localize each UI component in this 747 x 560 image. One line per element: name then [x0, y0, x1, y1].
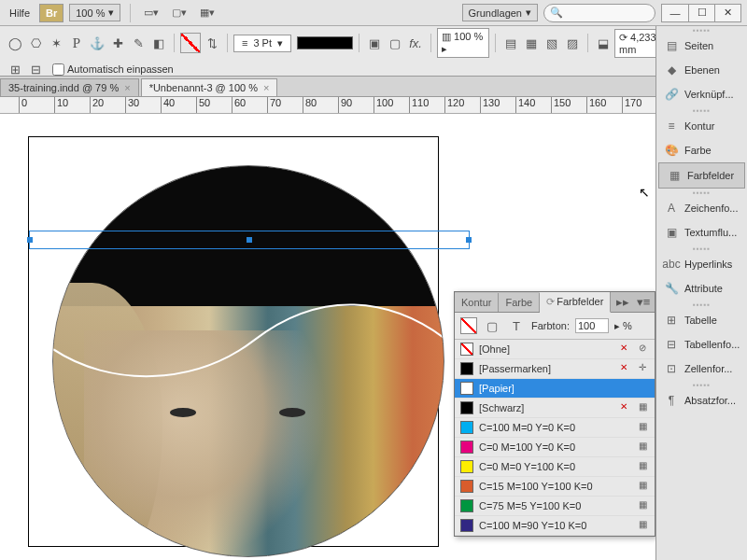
rail-item-attr[interactable]: 🔧Attribute — [656, 276, 747, 301]
close-button[interactable]: ✕ — [714, 5, 740, 21]
textwrap3-icon[interactable]: ▧ — [543, 34, 561, 52]
rail-label: Textumflu... — [684, 227, 737, 238]
swatch-row[interactable]: [Papier] — [455, 379, 655, 399]
swatch-row[interactable]: C=0 M=100 Y=0 K=0▦ — [455, 438, 655, 457]
tint-field[interactable] — [575, 318, 609, 333]
rail-item-char[interactable]: AZeichenfo... — [656, 196, 747, 220]
swatch-row[interactable]: [Ohne]✕⊘ — [455, 340, 655, 359]
panel-menu-icon[interactable]: ▾≡ — [634, 293, 653, 312]
doc-tab-1[interactable]: *Unbenannt-3 @ 100 %× — [141, 78, 278, 96]
swatch-lock-icon — [617, 441, 630, 454]
horizontal-ruler: 0102030405060708090100110120130140150160… — [0, 97, 747, 114]
panel-tab-kontur[interactable]: Kontur — [455, 293, 499, 312]
autofit-checkbox[interactable]: Automatisch einpassen — [52, 63, 174, 76]
ruler-tick: 40 — [161, 97, 175, 114]
anchor-icon[interactable]: ⚓ — [88, 34, 106, 52]
rail-item-swatches[interactable]: ▦Farbfelder — [658, 162, 745, 189]
opacity-field[interactable]: ▥ 100 % ▸ — [437, 28, 489, 58]
star-icon[interactable]: ✶ — [47, 34, 65, 52]
tint-label: Farbton: — [531, 320, 570, 331]
rail-item-hyper[interactable]: abcHyperlinks — [656, 252, 747, 276]
stroke-swatch[interactable] — [180, 33, 201, 53]
swatch-panel-header: ▢ T Farbton: ▸ % — [455, 313, 655, 340]
rail-item-color[interactable]: 🎨Farbe — [656, 138, 747, 162]
swatch-row[interactable]: C=0 M=0 Y=100 K=0▦ — [455, 457, 655, 477]
ruler-tick: 150 — [551, 97, 571, 114]
gradient-icon[interactable]: ◧ — [149, 34, 168, 52]
rail-item-para[interactable]: ¶Absatzfor... — [656, 388, 747, 413]
help-menu[interactable]: Hilfe — [6, 7, 34, 19]
collapse-icon[interactable]: ▸▸ — [613, 293, 632, 312]
fill-swatch[interactable] — [297, 36, 353, 49]
textwrap4-icon[interactable]: ▨ — [563, 34, 582, 52]
canvas[interactable]: Kontur Farbe ⟳Farbfelder ▸▸ ▾≡ ▢ T Farbt… — [0, 114, 747, 560]
panel-grip: ▪▪▪▪▪ — [656, 189, 747, 196]
zoom-dropdown[interactable]: 100 %▾ — [69, 4, 120, 21]
dropshadow-icon[interactable]: ▢ — [386, 34, 404, 52]
measure-icon[interactable]: ✚ — [108, 34, 127, 52]
swap-icon[interactable]: ⇅ — [203, 34, 221, 52]
bridge-button[interactable]: Br — [39, 4, 63, 22]
tablef-icon: ⊟ — [664, 337, 679, 352]
arrange-icon[interactable]: ▦▾ — [196, 3, 218, 23]
handle-mid[interactable] — [247, 237, 252, 243]
rail-item-tablef[interactable]: ⊟Tabellenfo... — [656, 332, 747, 357]
eyedrop-icon[interactable]: ✎ — [129, 34, 148, 52]
opacity-icon[interactable]: ▣ — [365, 34, 384, 52]
panel-tab-farbe[interactable]: Farbe — [499, 293, 540, 312]
rail-item-table[interactable]: ⊞Tabelle — [656, 308, 747, 332]
swatch-row[interactable]: C=75 M=5 Y=100 K=0▦ — [455, 497, 655, 516]
swatch-chip — [460, 382, 473, 395]
swatch-row[interactable]: C=15 M=100 Y=100 K=0▦ — [455, 477, 655, 497]
search-icon: 🔍 — [550, 7, 563, 19]
textwrap2-icon[interactable]: ▦ — [522, 34, 541, 52]
image-frame[interactable] — [52, 165, 444, 557]
selection-bounds[interactable] — [29, 231, 470, 249]
screen-mode-icon[interactable]: ▢▾ — [168, 3, 190, 23]
swatch-row[interactable]: [Schwarz]✕▦ — [455, 399, 655, 418]
rail-item-layers[interactable]: ◆Ebenen — [656, 58, 747, 82]
text-icon[interactable]: T — [507, 316, 526, 335]
rail-item-cellf[interactable]: ⊡Zellenfor... — [656, 357, 747, 381]
rail-label: Farbfelder — [687, 170, 734, 181]
corner-icon[interactable]: ⬓ — [594, 34, 613, 52]
workspace-dropdown[interactable]: Grundlagen▾ — [462, 4, 539, 21]
doc-tab-0[interactable]: 35-training.indd @ 79 %× — [0, 78, 139, 96]
fit4-icon[interactable]: ⊞ — [6, 60, 24, 78]
swatch-row[interactable]: C=100 M=90 Y=10 K=0▦ — [455, 516, 655, 536]
type-icon[interactable]: P — [67, 34, 86, 52]
rail-label: Tabelle — [684, 315, 717, 326]
polygon-icon[interactable]: ⎔ — [26, 34, 45, 52]
fill-stroke-proxy[interactable] — [460, 317, 477, 334]
panel-tab-farbfelder[interactable]: ⟳Farbfelder — [540, 292, 611, 313]
container-icon[interactable]: ▢ — [483, 316, 501, 335]
fit5-icon[interactable]: ⊟ — [26, 60, 45, 78]
close-icon[interactable]: × — [263, 82, 269, 93]
minimize-button[interactable]: — — [662, 5, 688, 21]
rail-item-stroke[interactable]: ≡Kontur — [656, 114, 747, 138]
handle-left[interactable] — [27, 237, 33, 243]
swatch-row[interactable]: [Passermarken]✕✛ — [455, 359, 655, 379]
textwrap1-icon[interactable]: ▤ — [501, 34, 520, 52]
rail-item-pages[interactable]: ▤Seiten — [656, 34, 747, 58]
swatch-name: C=75 M=5 Y=100 K=0 — [479, 500, 612, 511]
chevron-down-icon: ▾ — [108, 7, 114, 19]
window-controls: — ☐ ✕ — [661, 4, 741, 22]
stroke-weight-field[interactable]: ≡ 3 Pt ▾ — [233, 35, 291, 52]
close-icon[interactable]: × — [124, 82, 130, 93]
swatch-chip — [460, 460, 473, 473]
ellipse-icon[interactable]: ◯ — [6, 34, 24, 52]
maximize-button[interactable]: ☐ — [688, 5, 714, 21]
table-icon: ⊞ — [664, 313, 679, 328]
rail-label: Absatzfor... — [684, 395, 736, 406]
ruler-tick: 160 — [586, 97, 606, 114]
rail-item-links[interactable]: 🔗Verknüpf... — [656, 82, 747, 106]
view-options-icon[interactable]: ▭▾ — [140, 3, 162, 23]
handle-right[interactable] — [466, 237, 472, 243]
swatch-name: C=100 M=0 Y=0 K=0 — [479, 422, 612, 433]
fx-icon[interactable]: fx. — [406, 34, 425, 52]
search-input[interactable]: 🔍 — [543, 4, 655, 22]
rail-item-wrap[interactable]: ▣Textumflu... — [656, 220, 747, 245]
swatch-chip — [460, 401, 473, 414]
swatch-row[interactable]: C=100 M=0 Y=0 K=0▦ — [455, 418, 655, 438]
